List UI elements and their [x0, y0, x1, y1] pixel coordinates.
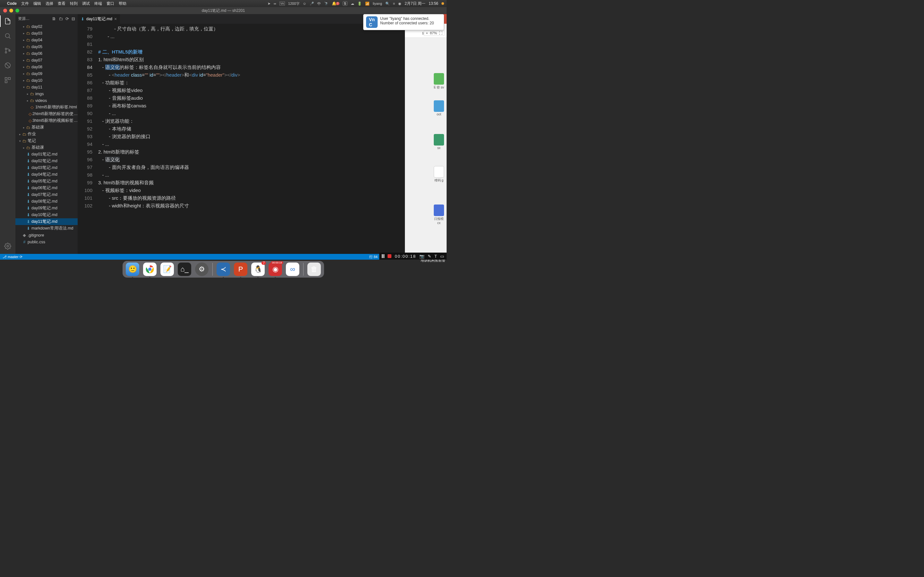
window-minimize-button[interactable] — [9, 9, 13, 13]
file-item[interactable]: ⬇markdown常用语法.md — [15, 225, 78, 232]
refresh-icon[interactable]: ⟳ — [65, 16, 69, 21]
file-item[interactable]: ◆.gitignore — [15, 232, 78, 239]
notes-app[interactable]: 📝 — [160, 263, 174, 276]
folder-item[interactable]: ▸🗀day10 — [15, 77, 78, 84]
file-item[interactable]: ◇1html5新增的标签.html — [15, 104, 78, 111]
desktop-file[interactable]: 日报模 cx — [433, 205, 445, 225]
user-name[interactable]: liyang — [373, 2, 382, 5]
folder-item[interactable]: ▾🗀day11 — [15, 84, 78, 90]
git-branch[interactable]: ⎇ master ⟳ — [3, 255, 23, 259]
desktop-file[interactable]: 维码 g — [433, 166, 445, 183]
wordcount[interactable]: 1200字 — [288, 1, 299, 6]
file-item[interactable]: ⬇day01笔记.md — [15, 151, 78, 158]
vscode-app[interactable]: ≺ — [216, 263, 230, 276]
desktop-file[interactable]: oot — [433, 100, 445, 116]
file-item[interactable]: ⬇day07笔记.md — [15, 191, 78, 198]
menu-help[interactable]: 帮助 — [119, 1, 126, 6]
stop-button[interactable] — [388, 254, 391, 258]
folder-item[interactable]: ▸🗀基础课 — [15, 144, 78, 151]
file-item[interactable]: ⬇day06笔记.md — [15, 185, 78, 191]
explorer-icon[interactable] — [3, 17, 12, 26]
file-item[interactable]: ⬇day08笔记.md — [15, 198, 78, 205]
menu-edit[interactable]: 编辑 — [33, 1, 41, 6]
menu-go[interactable]: 转到 — [70, 1, 78, 6]
file-item[interactable]: #public.css — [15, 239, 78, 245]
screen-recorder-app[interactable]: ◉00:00:18 — [268, 263, 282, 276]
menu-select[interactable]: 选择 — [45, 1, 53, 6]
collapse-icon[interactable]: ⊟ — [71, 16, 75, 21]
app-name[interactable]: Code — [7, 1, 17, 6]
mic-icon[interactable]: 🎤 — [310, 2, 314, 6]
control-center-icon[interactable]: ≡ — [393, 2, 395, 5]
menu-view[interactable]: 查看 — [58, 1, 65, 6]
finder-app[interactable]: 🙂 — [126, 263, 139, 276]
folder-item[interactable]: ▸🗀day08 — [15, 63, 78, 70]
file-item[interactable]: ◇3html5新增的视频标签… — [15, 117, 78, 124]
menubar-time[interactable]: 13:56 — [429, 1, 438, 6]
notifications-icon[interactable]: 🔔7 — [332, 1, 339, 6]
pause-button[interactable] — [382, 254, 384, 258]
folder-item[interactable]: ▸🗀day06 — [15, 50, 78, 57]
desktop-file[interactable]: E 密 sv — [433, 73, 445, 90]
folder-item[interactable]: ▸🗀day02 — [15, 23, 78, 30]
new-folder-icon[interactable]: 🗀 — [59, 16, 63, 21]
folder-item[interactable]: ▾🗀笔记 — [15, 137, 78, 144]
settings-app[interactable]: ⚙ — [195, 263, 208, 276]
window-close-button[interactable] — [3, 9, 7, 13]
trash-app[interactable]: 🗑 — [307, 263, 321, 276]
code-lines[interactable]: - 尺寸自动（宽，高，行高，边距，填充，位置） - ...# 二、HTML5的新… — [98, 24, 447, 254]
folder-item[interactable]: ▸🗀videos — [15, 97, 78, 104]
file-item[interactable]: ⬇day10笔记.md — [15, 211, 78, 218]
rect-tool-icon[interactable]: ▭ — [440, 254, 444, 259]
desktop-file[interactable]: sx — [433, 134, 445, 150]
folder-item[interactable]: ▸🗀day04 — [15, 37, 78, 43]
file-item[interactable]: ⬇day05笔记.md — [15, 178, 78, 185]
siri-icon[interactable]: ◉ — [398, 2, 401, 6]
search-icon[interactable] — [3, 31, 12, 40]
battery-icon[interactable]: 🔋 — [357, 2, 362, 6]
file-item[interactable]: ⬇day03笔记.md — [15, 164, 78, 171]
source-control-icon[interactable] — [3, 46, 12, 55]
file-item[interactable]: ⬇day02笔记.md — [15, 158, 78, 164]
folder-item[interactable]: ▸🗀基础课 — [15, 124, 78, 131]
menubar-date[interactable]: 2月7日 周一 — [405, 1, 425, 6]
folder-item[interactable]: ▸🗀day05 — [15, 43, 78, 50]
ime-indicator[interactable]: 中 — [317, 1, 321, 6]
tab-day11[interactable]: ⬇ day11笔记.md × — [78, 14, 120, 24]
binoculars-icon[interactable]: 🔭 — [324, 2, 328, 6]
new-file-icon[interactable]: 🗎 — [52, 16, 56, 21]
chrome-app[interactable] — [143, 263, 157, 276]
settings-gear-icon[interactable] — [3, 242, 12, 251]
emoji-icon[interactable]: ☺ — [303, 2, 306, 5]
menu-window[interactable]: 窗口 — [107, 1, 114, 6]
powerpoint-app[interactable]: P — [234, 263, 247, 276]
file-item[interactable]: ⬇day04笔记.md — [15, 171, 78, 178]
wifi-icon[interactable]: 📶 — [365, 2, 370, 6]
zoom-control[interactable]: +87%⛶ — [424, 30, 445, 36]
text-tool-icon[interactable]: T — [435, 254, 437, 259]
menu-file[interactable]: 文件 — [21, 1, 29, 6]
sync-icon[interactable]: ∞ — [274, 2, 276, 5]
folder-item[interactable]: ▸🗀day09 — [15, 70, 78, 77]
file-item[interactable]: ◇2html5新增的标签的使… — [15, 111, 78, 117]
terminal-app[interactable]: ⌂_ — [178, 263, 191, 276]
vnc-notification[interactable]: VnC User "liyang" has connected. Number … — [363, 14, 444, 30]
code-editor[interactable]: 7980818283848586878889909192939495969798… — [78, 24, 447, 254]
folder-item[interactable]: ▸🗀day03 — [15, 30, 78, 37]
spotlight-icon[interactable]: 🔍 — [385, 2, 390, 6]
cloud-icon[interactable]: ☁ — [351, 2, 354, 6]
pencil-icon[interactable]: ✎ — [428, 254, 431, 259]
file-item[interactable]: ⬇day09笔记.md — [15, 205, 78, 211]
camera-icon[interactable]: 📷 — [419, 254, 425, 259]
window-zoom-button[interactable] — [15, 9, 19, 13]
debug-icon[interactable] — [3, 61, 12, 70]
s-icon[interactable]: S — [342, 1, 347, 6]
vnc-icon[interactable]: Vn — [279, 2, 285, 5]
baidu-cloud-app[interactable]: ∞ — [286, 263, 299, 276]
location-icon[interactable]: ➤ — [268, 2, 270, 6]
folder-item[interactable]: ▸🗀imgs — [15, 90, 78, 97]
qq-app[interactable]: 🐧7 — [251, 263, 265, 276]
file-item[interactable]: ⬇day11笔记.md — [15, 218, 78, 225]
close-tab-icon[interactable]: × — [114, 16, 117, 21]
folder-item[interactable]: ▸🗀day07 — [15, 57, 78, 63]
